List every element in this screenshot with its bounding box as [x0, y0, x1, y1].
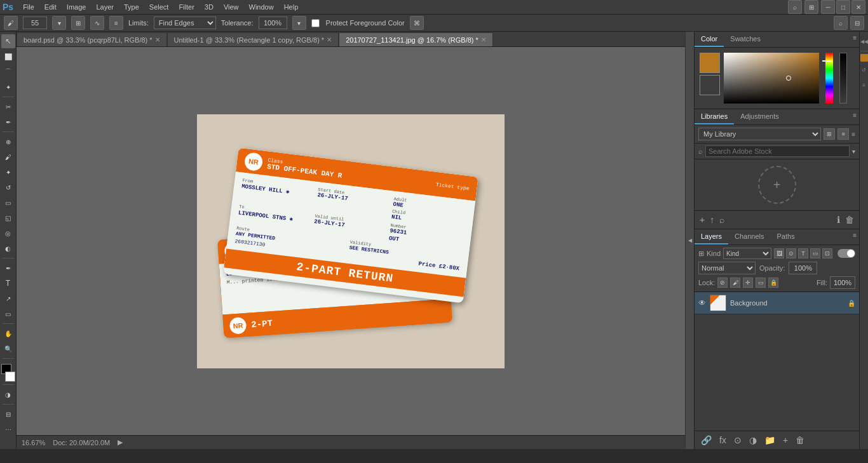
- shape-tool[interactable]: ▭: [1, 307, 15, 321]
- menu-select[interactable]: Select: [145, 2, 173, 12]
- hue-slider[interactable]: [823, 53, 833, 104]
- filter-pixel-icon[interactable]: 🖼: [774, 248, 784, 258]
- history-panel-icon[interactable]: ↺: [860, 63, 868, 77]
- workspace-layout-btn[interactable]: ⊟: [850, 16, 864, 30]
- opacity-slider[interactable]: [837, 53, 847, 104]
- menu-filter[interactable]: Filter: [174, 2, 198, 12]
- tab-board-close[interactable]: ✕: [155, 36, 160, 43]
- menu-window[interactable]: Window: [245, 2, 278, 12]
- library-upload-btn[interactable]: ↑: [709, 213, 715, 226]
- blend-mode-select[interactable]: Normal: [698, 262, 756, 274]
- close-button[interactable]: ✕: [851, 0, 865, 14]
- healing-brush-tool[interactable]: ⊕: [1, 135, 15, 149]
- dodge-tool[interactable]: ◐: [1, 241, 15, 255]
- new-layer-btn[interactable]: +: [780, 434, 790, 446]
- quick-select-tool[interactable]: ✦: [1, 80, 15, 94]
- quick-mask-btn[interactable]: ◑: [1, 387, 15, 401]
- filter-type-icon[interactable]: T: [798, 248, 808, 258]
- tab-untitled-close[interactable]: ✕: [327, 36, 332, 43]
- layer-visibility-icon[interactable]: 👁: [698, 299, 706, 307]
- tab-untitled[interactable]: Untitled-1 @ 33.3% (Rectangle 1 copy, RG…: [167, 32, 339, 46]
- tab-adjustments[interactable]: Adjustments: [734, 109, 785, 124]
- opacity-input[interactable]: [789, 262, 817, 274]
- library-search-stock-btn[interactable]: ⌕: [718, 213, 726, 226]
- menu-edit[interactable]: Edit: [40, 2, 61, 12]
- refine-edge-btn[interactable]: ⌘: [410, 16, 424, 30]
- more-tools-btn[interactable]: ⋯: [1, 422, 15, 436]
- right-panel-collapse[interactable]: ◀: [685, 32, 694, 449]
- new-fill-btn[interactable]: ◑: [747, 434, 759, 446]
- library-add-btn[interactable]: +: [698, 213, 706, 226]
- tab-paths[interactable]: Paths: [771, 229, 801, 245]
- filter-smart-icon[interactable]: ⊡: [822, 248, 832, 258]
- foreground-color-preview[interactable]: [700, 53, 720, 73]
- color-gradient-picker[interactable]: [724, 53, 819, 104]
- workspace-button[interactable]: ⊞: [804, 0, 818, 14]
- library-search-dropdown[interactable]: ▾: [852, 148, 855, 155]
- layers-panel-icon[interactable]: ≡: [860, 78, 868, 92]
- library-select[interactable]: My Library: [698, 128, 821, 140]
- protect-fg-checkbox[interactable]: [311, 19, 320, 27]
- clone-stamp-tool[interactable]: ✦: [1, 165, 15, 179]
- lock-artboard-btn[interactable]: ▭: [756, 278, 766, 288]
- tolerance-dropdown[interactable]: ▾: [292, 16, 306, 30]
- maximize-button[interactable]: □: [836, 0, 850, 14]
- menu-help[interactable]: Help: [280, 2, 303, 12]
- lock-transparent-btn[interactable]: ⊘: [717, 278, 728, 288]
- lock-all-btn[interactable]: 🔒: [768, 278, 778, 288]
- menu-3d[interactable]: 3D: [200, 2, 218, 12]
- tab-libraries[interactable]: Libraries: [695, 109, 734, 124]
- menu-type[interactable]: Type: [119, 2, 144, 12]
- rectangular-marquee-tool[interactable]: ⬜: [1, 50, 15, 64]
- panel-collapse-btn[interactable]: ◀◀: [860, 34, 868, 48]
- tab-color[interactable]: Color: [695, 32, 724, 47]
- color-panel-menu[interactable]: ≡: [850, 32, 859, 47]
- filter-toggle[interactable]: [837, 249, 855, 258]
- tab-layers[interactable]: Layers: [695, 229, 728, 245]
- tab-swatches[interactable]: Swatches: [724, 32, 767, 47]
- library-info-btn[interactable]: ℹ: [836, 213, 841, 226]
- eraser-tool[interactable]: ▭: [1, 196, 15, 210]
- hand-tool[interactable]: ✋: [1, 326, 15, 340]
- layer-background[interactable]: 👁 Background 🔒: [695, 292, 859, 314]
- brush-size-input[interactable]: [23, 17, 47, 29]
- tab-photo[interactable]: 20170727_113421.jpg @ 16.7% (RGB/8) * ✕: [339, 32, 493, 46]
- library-search-input[interactable]: [705, 145, 850, 157]
- align-btn[interactable]: ≡: [109, 16, 123, 30]
- color-panel-icon[interactable]: [860, 54, 868, 62]
- lock-image-btn[interactable]: 🖌: [730, 278, 740, 288]
- lock-position-btn[interactable]: ✛: [743, 278, 753, 288]
- tool-preset-picker[interactable]: 🖌: [4, 16, 18, 30]
- background-color[interactable]: [5, 372, 15, 382]
- eyedropper-tool[interactable]: ✒: [1, 115, 15, 129]
- delete-layer-btn[interactable]: 🗑: [793, 434, 807, 446]
- mode-btn[interactable]: ⊞: [71, 16, 85, 30]
- filter-shape-icon[interactable]: ▭: [810, 248, 820, 258]
- blur-tool[interactable]: ◎: [1, 226, 15, 240]
- lasso-tool[interactable]: ⌒: [1, 65, 15, 79]
- history-brush-tool[interactable]: ↺: [1, 180, 15, 194]
- expand-status[interactable]: ▶: [118, 438, 123, 446]
- zoom-tool[interactable]: 🔍: [1, 342, 15, 356]
- canvas-content[interactable]: NR 2-PART RETURN FromLIVERPOOL ToMOSSLEY…: [17, 47, 685, 435]
- screen-mode-btn[interactable]: ⊟: [1, 407, 15, 421]
- brush-tool[interactable]: 🖌: [1, 150, 15, 164]
- tab-photo-close[interactable]: ✕: [481, 36, 486, 43]
- search-icon-btn[interactable]: ⌕: [834, 16, 848, 30]
- libraries-panel-menu[interactable]: ≡: [850, 109, 859, 124]
- search-button[interactable]: ⌕: [788, 0, 802, 14]
- new-group-btn[interactable]: 📁: [762, 434, 778, 446]
- limits-select[interactable]: Find Edges Contiguous Discontiguous: [154, 17, 216, 29]
- layers-panel-menu[interactable]: ≡: [850, 229, 859, 245]
- airbrush-btn[interactable]: ∿: [90, 16, 104, 30]
- tab-channels[interactable]: Channels: [728, 229, 770, 245]
- filter-adjust-icon[interactable]: ⊙: [786, 248, 796, 258]
- text-tool[interactable]: T: [1, 276, 15, 290]
- library-menu-btn[interactable]: ≡: [851, 131, 855, 138]
- layer-kind-select[interactable]: Kind: [723, 248, 771, 259]
- library-list-view[interactable]: ≡: [837, 128, 849, 140]
- tab-board[interactable]: board.psd @ 33.3% (pcqrp87Li, RGB/8) * ✕: [17, 32, 167, 46]
- minimize-button[interactable]: ─: [821, 0, 835, 14]
- tolerance-input[interactable]: [259, 17, 287, 29]
- crop-tool[interactable]: ✂: [1, 100, 15, 114]
